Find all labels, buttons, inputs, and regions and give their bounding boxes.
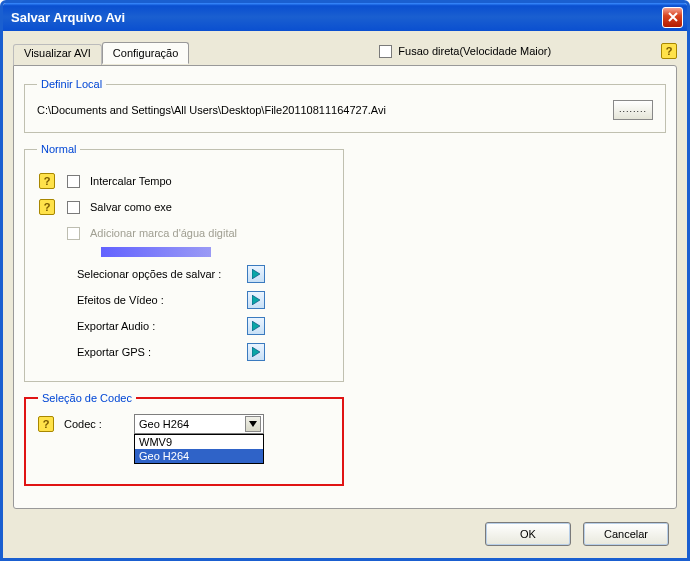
- svg-marker-3: [252, 347, 260, 357]
- export-gps-label: Exportar GPS :: [37, 346, 247, 358]
- help-icon[interactable]: ?: [39, 173, 55, 189]
- export-gps-button[interactable]: [247, 343, 265, 361]
- codec-option-geoh264[interactable]: Geo H264: [135, 449, 263, 463]
- titlebar: Salvar Arquivo Avi: [3, 3, 687, 31]
- export-audio-label: Exportar Audio :: [37, 320, 247, 332]
- svg-marker-4: [249, 421, 257, 427]
- codec-label: Codec :: [64, 418, 124, 430]
- interleave-checkbox[interactable]: [67, 175, 80, 188]
- window-title: Salvar Arquivo Avi: [11, 10, 662, 25]
- codec-combo[interactable]: Geo H264 WMV9 Geo H264: [134, 414, 264, 434]
- dialog-buttons: OK Cancelar: [485, 522, 669, 546]
- progress-bar: [101, 247, 211, 257]
- ok-button[interactable]: OK: [485, 522, 571, 546]
- top-row: Visualizar AVI Configuração Fusao direta…: [13, 39, 677, 63]
- tabs: Visualizar AVI Configuração: [13, 42, 189, 63]
- tab-preview[interactable]: Visualizar AVI: [13, 44, 102, 65]
- tab-config[interactable]: Configuração: [102, 42, 189, 64]
- browse-button[interactable]: ........: [613, 100, 653, 120]
- direct-merge-label: Fusao direta(Velocidade Maior): [398, 45, 551, 57]
- save-options-label: Selecionar opções de salvar :: [37, 268, 247, 280]
- interleave-label: Intercalar Tempo: [90, 175, 172, 187]
- codec-option-wmv9[interactable]: WMV9: [135, 435, 263, 449]
- video-effects-label: Efeitos de Vídeo :: [37, 294, 247, 306]
- tab-panel: Definir Local C:\Documents and Settings\…: [13, 65, 677, 509]
- watermark-label: Adicionar marca d'água digital: [90, 227, 237, 239]
- location-fieldset: Definir Local C:\Documents and Settings\…: [24, 78, 666, 133]
- codec-legend: Seleção de Codec: [38, 392, 136, 404]
- window: Salvar Arquivo Avi Visualizar AVI Config…: [0, 0, 690, 561]
- normal-fieldset: Normal ? Intercalar Tempo ? Salvar como …: [24, 143, 344, 382]
- save-options-button[interactable]: [247, 265, 265, 283]
- direct-merge-checkbox-wrap: Fusao direta(Velocidade Maior): [379, 45, 551, 58]
- watermark-checkbox: [67, 227, 80, 240]
- location-legend: Definir Local: [37, 78, 106, 90]
- chevron-down-icon[interactable]: [245, 416, 261, 432]
- export-audio-button[interactable]: [247, 317, 265, 335]
- file-path: C:\Documents and Settings\All Users\Desk…: [37, 104, 603, 116]
- normal-legend: Normal: [37, 143, 80, 155]
- save-exe-label: Salvar como exe: [90, 201, 172, 213]
- client-area: Visualizar AVI Configuração Fusao direta…: [3, 31, 687, 558]
- codec-combo-list: WMV9 Geo H264: [134, 434, 264, 464]
- svg-marker-0: [252, 269, 260, 279]
- save-exe-checkbox[interactable]: [67, 201, 80, 214]
- help-icon[interactable]: ?: [39, 199, 55, 215]
- direct-merge-checkbox[interactable]: [379, 45, 392, 58]
- svg-marker-2: [252, 321, 260, 331]
- codec-selected: Geo H264: [139, 418, 245, 430]
- svg-marker-1: [252, 295, 260, 305]
- cancel-button[interactable]: Cancelar: [583, 522, 669, 546]
- codec-fieldset: Seleção de Codec ? Codec : Geo H264 WMV9: [24, 392, 344, 486]
- help-icon[interactable]: ?: [661, 43, 677, 59]
- close-icon[interactable]: [662, 7, 683, 28]
- help-icon[interactable]: ?: [38, 416, 54, 432]
- video-effects-button[interactable]: [247, 291, 265, 309]
